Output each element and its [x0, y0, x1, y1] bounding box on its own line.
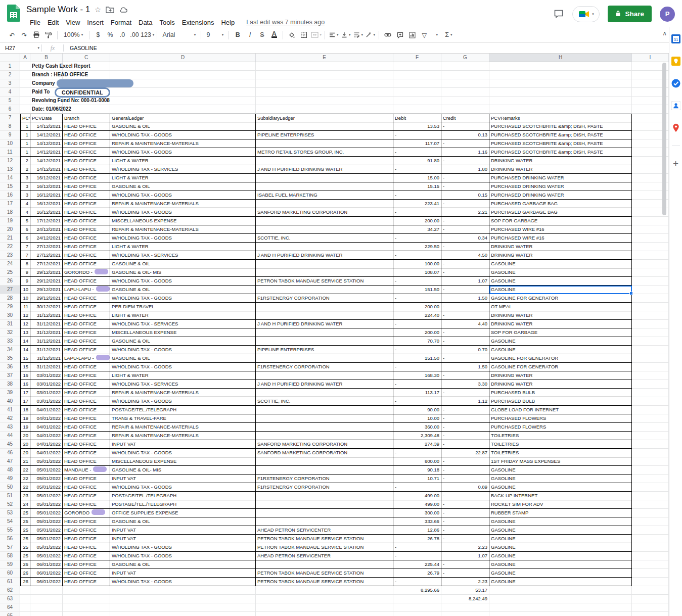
cell-C48[interactable]: MANDAUE - — [63, 466, 110, 475]
cell-B64[interactable] — [30, 603, 63, 612]
cell-B3[interactable]: Company — [30, 79, 63, 88]
cell-E3[interactable] — [256, 79, 393, 88]
row-header-2[interactable]: 2 — [0, 71, 20, 79]
cell-F11[interactable]: - — [393, 148, 441, 157]
cell-B25[interactable]: 29/12/2021 — [30, 268, 63, 277]
cell-F28[interactable]: - — [393, 294, 441, 303]
cell-H30[interactable]: DRINKING WATER — [489, 311, 632, 320]
cell-C14[interactable]: HEAD OFFICE — [63, 174, 110, 182]
cell-B13[interactable]: 14/12/2021 — [30, 165, 63, 174]
row-header-3[interactable]: 3 — [0, 79, 20, 88]
cell-F64[interactable] — [393, 603, 441, 612]
cell-F55[interactable]: 12.86 — [393, 526, 441, 535]
cell-H45[interactable]: TOILETRIES — [489, 440, 632, 449]
cell-B37[interactable]: 03/01/2022 — [30, 371, 63, 380]
cell-A40[interactable]: 17 — [20, 397, 30, 406]
cell-B52[interactable]: 05/01/2022 — [30, 500, 63, 509]
cell-A26[interactable]: 9 — [20, 277, 30, 286]
cell-G6[interactable] — [441, 105, 489, 114]
row-header-40[interactable]: 40 — [0, 397, 20, 406]
cell-F46[interactable]: - — [393, 449, 441, 457]
cell-H28[interactable]: GASOLINE FOR GENERATOR — [489, 294, 632, 303]
cell-E52[interactable] — [256, 500, 393, 509]
row-header-18[interactable]: 18 — [0, 208, 20, 217]
cell-A53[interactable]: 25 — [20, 509, 30, 517]
row-header-55[interactable]: 55 — [0, 526, 20, 535]
row-header-45[interactable]: 45 — [0, 440, 20, 449]
cell-H65[interactable] — [489, 612, 632, 616]
cell-E60[interactable]: PETRON TABOK MANDAUE SERVICE STATION — [256, 569, 393, 578]
cell-I44[interactable] — [632, 432, 669, 440]
cell-G48[interactable]: - — [441, 466, 489, 475]
cell-A60[interactable]: 26 — [20, 569, 30, 578]
row-header-5[interactable]: 5 — [0, 97, 20, 105]
paint-format-button[interactable] — [42, 29, 55, 40]
cell-B15[interactable]: 16/12/2021 — [30, 182, 63, 191]
row-header-47[interactable]: 47 — [0, 457, 20, 466]
cell-C18[interactable]: HEAD OFFICE — [63, 208, 110, 217]
cell-F36[interactable]: - — [393, 363, 441, 371]
cell-H32[interactable]: SOP FOR GARBAGE — [489, 328, 632, 337]
cell-A34[interactable]: 14 — [20, 346, 30, 354]
cell-F25[interactable]: 108.07 — [393, 268, 441, 277]
cell-C36[interactable]: HEAD OFFICE — [63, 363, 110, 371]
cell-C29[interactable]: HEAD OFFICE — [63, 303, 110, 311]
cell-H23[interactable]: DRINKING WATER — [489, 251, 632, 260]
cell-H56[interactable]: GASOLINE — [489, 535, 632, 543]
cell-B38[interactable]: 03/01/2022 — [30, 380, 63, 389]
row-header-10[interactable]: 10 — [0, 139, 20, 148]
meet-call-button[interactable]: ▾ — [572, 6, 600, 22]
cell-I62[interactable] — [632, 586, 669, 595]
cell-G33[interactable]: - — [441, 337, 489, 346]
cell-E25[interactable] — [256, 268, 393, 277]
cell-B8[interactable]: 14/12/2021 — [30, 122, 63, 131]
row-header-15[interactable]: 15 — [0, 182, 20, 191]
cell-E46[interactable]: SANFORD MARKETING CORPORATION — [256, 449, 393, 457]
cell-G55[interactable]: - — [441, 526, 489, 535]
cell-G7[interactable]: Credit — [441, 114, 489, 122]
cell-C49[interactable]: HEAD OFFICE — [63, 475, 110, 483]
print-button[interactable] — [30, 29, 42, 40]
cell-I64[interactable] — [632, 603, 669, 612]
avatar[interactable]: P — [660, 7, 675, 22]
cell-D4[interactable] — [110, 88, 256, 97]
cell-H40[interactable]: PURCHASED BULB — [489, 397, 632, 406]
cell-A55[interactable]: 25 — [20, 526, 30, 535]
cell-C17[interactable]: HEAD OFFICE — [63, 200, 110, 208]
cell-F59[interactable]: 225.44 — [393, 560, 441, 569]
cell-A4[interactable] — [20, 88, 30, 97]
row-header-39[interactable]: 39 — [0, 389, 20, 397]
cell-C20[interactable]: HEAD OFFICE — [63, 225, 110, 234]
cell-E16[interactable]: ISABEL FUEL MARKETING — [256, 191, 393, 200]
cell-H50[interactable]: GASOLINE — [489, 483, 632, 492]
cell-G52[interactable]: - — [441, 500, 489, 509]
cell-F34[interactable]: - — [393, 346, 441, 354]
cell-G3[interactable] — [441, 79, 489, 88]
cell-F47[interactable]: 800.00 — [393, 457, 441, 466]
cell-D1[interactable] — [110, 62, 256, 71]
cell-I57[interactable] — [632, 543, 669, 552]
cell-G31[interactable]: 4.40 — [441, 320, 489, 328]
fill-color-button[interactable] — [286, 29, 298, 40]
cell-E58[interactable]: AHEAD PETRON SERVICENTER — [256, 552, 393, 560]
cell-B7[interactable]: PCVDate — [30, 114, 63, 122]
cell-C8[interactable]: HEAD OFFICE — [63, 122, 110, 131]
cell-I58[interactable] — [632, 552, 669, 560]
cell-B44[interactable]: 04/01/2022 — [30, 432, 63, 440]
cell-G35[interactable]: - — [441, 354, 489, 363]
cell-H61[interactable]: GASOLINE — [489, 578, 632, 586]
cell-D12[interactable]: LIGHT & WATER — [110, 157, 256, 165]
cell-B32[interactable]: 31/12/2021 — [30, 328, 63, 337]
cell-D62[interactable] — [110, 586, 256, 595]
cell-H16[interactable]: PURCHASED DRINKING WATER — [489, 191, 632, 200]
cell-D15[interactable]: GASOLINE & OIL — [110, 182, 256, 191]
cell-D60[interactable]: INPUT VAT — [110, 569, 256, 578]
cell-F32[interactable]: 200.00 — [393, 328, 441, 337]
cell-E9[interactable]: PIPELINE ENTERPRISES — [256, 131, 393, 139]
cell-D27[interactable]: GASOLINE & OIL — [110, 286, 256, 294]
cell-E12[interactable] — [256, 157, 393, 165]
cell-E31[interactable]: J AND H PURIFIED DRINKING WATER — [256, 320, 393, 328]
cell-A59[interactable]: 26 — [20, 560, 30, 569]
cell-H22[interactable]: DRINKING WATER — [489, 243, 632, 251]
cell-A10[interactable]: 1 — [20, 139, 30, 148]
